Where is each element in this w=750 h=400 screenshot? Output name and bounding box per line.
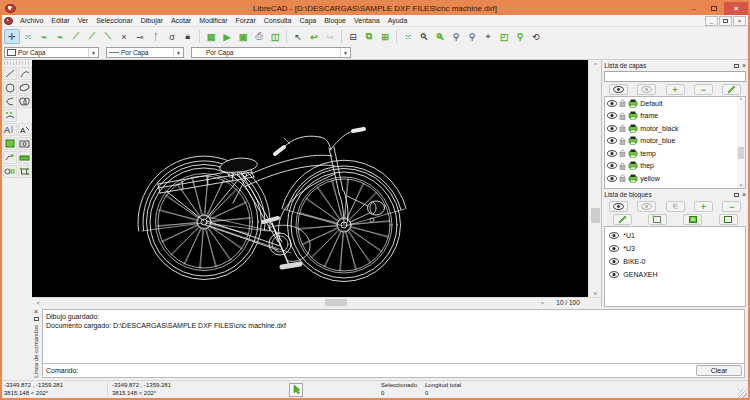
lock-icon[interactable] (619, 149, 626, 157)
layers-panel-titlebar[interactable]: Lista de capas × (602, 60, 748, 71)
blocks-panel-titlebar[interactable]: Lista de bloques × (602, 189, 748, 200)
menu-ayuda[interactable]: Ayuda (384, 15, 412, 27)
menu-ver[interactable]: Ver (74, 15, 93, 27)
close-command-panel-icon[interactable]: × (34, 309, 38, 315)
block-row[interactable]: GENAXEH (605, 268, 745, 281)
layer-row[interactable]: frame (605, 110, 745, 123)
eye-icon[interactable] (609, 245, 619, 252)
eye-icon[interactable] (607, 100, 617, 107)
image-tool-button[interactable] (18, 137, 32, 150)
eye-icon[interactable] (609, 232, 619, 239)
close-button[interactable]: × (724, 2, 748, 15)
print-button[interactable]: ⎙︎ (251, 29, 267, 44)
scroll-down-icon[interactable]: v (740, 182, 743, 188)
zoom-window-button[interactable]: ⌖ (480, 29, 496, 44)
restrict-vertical-button[interactable]: ᛚ (148, 29, 164, 44)
dimension-tool-button[interactable]: A (18, 123, 32, 136)
layer-row[interactable]: thep (605, 160, 745, 173)
command-input[interactable] (78, 365, 696, 376)
selection-pointer-button[interactable] (289, 383, 303, 397)
print-icon[interactable] (628, 149, 638, 158)
lock-icon[interactable] (619, 99, 626, 107)
save-drawing-button[interactable]: ▣ (235, 29, 251, 44)
zoom-out-button[interactable]: 🔍︎ (432, 29, 448, 44)
insert-block-button[interactable]: ⎗︎ (666, 201, 685, 212)
resize-grip[interactable] (738, 389, 747, 398)
vertical-scroll-thumb[interactable] (591, 208, 600, 223)
layer-scroll-thumb[interactable] (738, 147, 744, 159)
drawing-canvas[interactable] (32, 60, 588, 297)
block-row[interactable]: *U3 (605, 242, 745, 255)
scroll-up-icon[interactable]: ^ (740, 97, 742, 103)
layer-row[interactable]: motor_black (605, 122, 745, 135)
eye-icon[interactable] (607, 137, 617, 144)
vertical-scrollbar[interactable]: ^ v (588, 60, 601, 297)
snap-on-entity-button[interactable]: ⌁ (52, 29, 68, 44)
points-tool-button[interactable] (3, 109, 17, 122)
snap-free-button[interactable]: ✛ (4, 29, 20, 44)
snap-distance-button[interactable]: ⟍ (100, 29, 116, 44)
layer-row[interactable]: temp (605, 147, 745, 160)
snap-intersection-button[interactable]: × (116, 29, 132, 44)
eye-icon[interactable] (607, 112, 617, 119)
create-block-button[interactable] (648, 214, 667, 225)
mdi-minimize-button[interactable]: _ (705, 16, 718, 26)
scroll-up-icon[interactable]: ^ (589, 60, 601, 69)
view-remove-button[interactable]: ⊟ (345, 29, 361, 44)
snap-center-button[interactable]: ⟋ (68, 29, 84, 44)
layer-filter-input[interactable] (604, 71, 746, 82)
hatch-tool-button[interactable] (3, 137, 17, 150)
scroll-left-icon[interactable]: < (32, 298, 44, 307)
view-list-button[interactable]: ⧉ (361, 29, 377, 44)
edit-block-button[interactable] (613, 214, 632, 225)
eye-icon[interactable] (607, 162, 617, 169)
block-row[interactable]: BIKE-0 (605, 255, 745, 268)
eye-icon[interactable] (607, 175, 617, 182)
zoom-in-button[interactable]: 🔍︎ (416, 29, 432, 44)
print-icon[interactable] (628, 161, 638, 170)
float-panel-icon[interactable] (734, 193, 739, 197)
add-block-button[interactable]: + (694, 201, 713, 212)
rename-block-button[interactable] (719, 214, 738, 225)
layer-row[interactable]: motor_blue (605, 135, 745, 148)
menu-consulta[interactable]: Consulta (260, 15, 296, 27)
pen-color-select[interactable]: Por Capa ▼ (4, 47, 99, 58)
show-all-layers-button[interactable] (609, 84, 628, 95)
block-row[interactable]: *U1 (605, 229, 745, 242)
menu-acotar[interactable]: Acotar (167, 15, 195, 27)
lock-icon[interactable] (619, 174, 626, 182)
restrict-horizontal-button[interactable]: ⊸ (132, 29, 148, 44)
menu-seleccionar[interactable]: Seleccionar (92, 15, 137, 27)
save-block-button[interactable] (683, 214, 702, 225)
palette-grip[interactable] (4, 61, 30, 65)
print-icon[interactable] (628, 111, 638, 120)
eye-icon[interactable] (607, 150, 617, 157)
lock-icon[interactable] (619, 162, 626, 170)
edit-layer-button[interactable] (722, 84, 741, 95)
menu-modificar[interactable]: Modificar (195, 15, 231, 27)
zoom-previous-button[interactable]: ⚲ (464, 29, 480, 44)
print-preview-button[interactable]: ◫ (267, 29, 283, 44)
show-all-blocks-button[interactable] (609, 201, 628, 212)
text-tool-button[interactable]: A (3, 123, 17, 136)
pen-linetype-select[interactable]: Por Capa ▼ (191, 47, 351, 58)
scroll-down-icon[interactable]: v (589, 288, 601, 297)
close-panel-icon[interactable]: × (742, 193, 746, 197)
print-icon[interactable] (628, 99, 638, 108)
snap-middle-button[interactable]: ⟋ (84, 29, 100, 44)
float-command-panel-icon[interactable] (34, 317, 39, 321)
menu-ventana[interactable]: Ventana (350, 15, 384, 27)
set-relative-zero-button[interactable]: σ (164, 29, 180, 44)
ellipse-tool-button[interactable] (18, 81, 32, 94)
measure-tool-button[interactable] (18, 151, 32, 164)
hide-all-blocks-button[interactable] (637, 201, 656, 212)
horizontal-scrollbar[interactable]: < > 10 / 100 (32, 297, 601, 307)
print-icon[interactable] (628, 174, 638, 183)
zoom-page-button[interactable]: ◰ (496, 29, 512, 44)
layer-list-scrollbar[interactable]: ^ v (737, 97, 745, 188)
hide-all-layers-button[interactable] (637, 84, 656, 95)
menu-bloque[interactable]: Bloque (320, 15, 350, 27)
lock-icon[interactable] (619, 124, 626, 132)
menu-forzar[interactable]: Forzar (232, 15, 260, 27)
spline-tool-button[interactable] (3, 95, 17, 108)
